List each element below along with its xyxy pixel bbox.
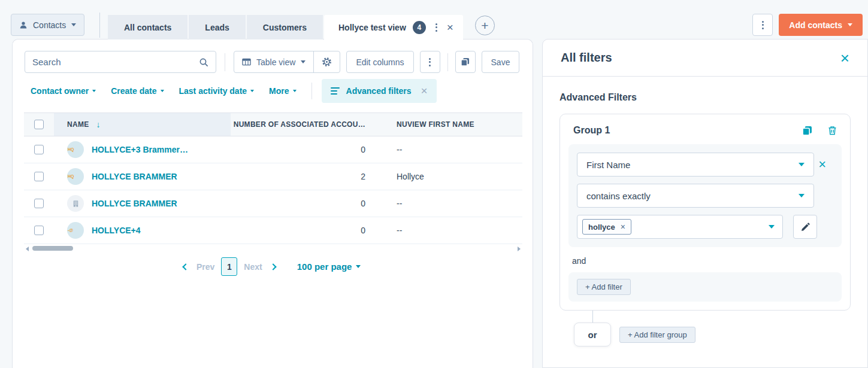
chevron-down-icon (799, 163, 805, 166)
topbar-divider (99, 13, 100, 38)
chevron-left-icon[interactable] (182, 263, 189, 270)
kebab-icon (759, 19, 767, 32)
advanced-filters-chip[interactable]: Advanced filters × (322, 79, 437, 103)
filter-label: Last activity date (179, 86, 247, 96)
chevron-right-icon[interactable] (270, 263, 276, 270)
tab-label: Customers (263, 23, 307, 32)
add-filter-group-button[interactable]: + Add filter group (619, 327, 695, 343)
contacts-menu-button[interactable]: Contacts (11, 14, 84, 36)
sort-desc-icon: ↓ (96, 120, 101, 129)
filter-last-activity-date[interactable]: Last activity date (179, 86, 255, 96)
column-label: NUVIEW FIRST NAME (397, 120, 474, 129)
associated-accounts-value: 0 (361, 145, 365, 154)
add-view-button[interactable]: + (475, 16, 495, 35)
filter-create-date[interactable]: Create date (111, 86, 164, 96)
row-checkbox[interactable] (34, 172, 44, 181)
edit-columns-button[interactable]: Edit columns (346, 51, 413, 73)
associated-accounts-value: 2 (361, 172, 365, 181)
contact-name-link[interactable]: HOLLYCE+4 (92, 226, 141, 235)
filter-value-combobox[interactable]: hollyce × (577, 215, 783, 239)
next-page-button[interactable]: Next (244, 262, 262, 272)
view-settings-button[interactable] (313, 51, 340, 72)
topbar-actions: Add contacts (752, 14, 863, 36)
toolbar-divider (447, 53, 448, 71)
page-options-button[interactable] (752, 14, 773, 36)
column-header-nuview-first-name[interactable]: NUVIEW FIRST NAME (383, 113, 522, 136)
row-checkbox[interactable] (34, 199, 44, 208)
chevron-down-icon (301, 60, 306, 63)
contact-name-link[interactable]: HOLLYCE BRAMMER (92, 172, 177, 181)
per-page-dropdown[interactable]: 100 per page (297, 261, 361, 272)
tab-close-icon[interactable]: × (447, 22, 453, 33)
view-type-group: Table view (234, 51, 340, 73)
record-count-badge: 4 (413, 21, 426, 34)
contact-name-link[interactable]: HOLLYCE BRAMMER (92, 199, 177, 208)
operator-select[interactable]: contains exactly (577, 184, 814, 208)
filter-more[interactable]: More (269, 86, 296, 96)
filter-condition-block: First Name × contains exactly hollyce (568, 144, 842, 247)
edit-value-button[interactable] (793, 215, 817, 239)
duplicate-group-icon[interactable] (802, 126, 812, 136)
add-contacts-label: Add contacts (789, 20, 842, 30)
clear-advanced-filters-icon[interactable]: × (421, 84, 428, 98)
add-filter-button[interactable]: + Add filter (577, 279, 631, 295)
tab-options-icon[interactable] (433, 21, 440, 34)
row-checkbox[interactable] (34, 226, 44, 235)
remove-filter-icon[interactable]: × (818, 158, 826, 171)
associated-accounts-value: 0 (361, 226, 365, 235)
remove-chip-icon[interactable]: × (621, 222, 625, 232)
user-icon (19, 21, 28, 29)
toolbar-divider (225, 53, 225, 71)
search-input[interactable] (32, 57, 199, 67)
add-contacts-button[interactable]: Add contacts (779, 14, 863, 36)
or-row: or + Add filter group (574, 323, 851, 346)
row-checkbox[interactable] (34, 145, 44, 154)
table-options-button[interactable] (420, 51, 440, 73)
tab-leads[interactable]: Leads (189, 15, 245, 39)
filters-panel-body: Advanced Filters Group 1 First Name × (543, 77, 867, 346)
select-all-checkbox[interactable] (34, 120, 44, 129)
group-connector-line (592, 311, 593, 323)
contacts-table-panel: Table view Edit columns Save Co (12, 39, 533, 368)
tab-all-contacts[interactable]: All contacts (108, 15, 187, 39)
column-header-associated-accounts[interactable]: NUMBER OF ASSOCIATED ACCOU… (231, 113, 383, 136)
save-view-button[interactable]: Save (482, 51, 520, 73)
nuview-first-name-value: Hollyce (397, 172, 424, 181)
scroll-right-icon[interactable] (518, 247, 521, 251)
value-chip-label: hollyce (588, 223, 615, 232)
all-filters-panel: All filters × Advanced Filters Group 1 F… (542, 39, 868, 368)
table-view-dropdown[interactable]: Table view (234, 51, 313, 72)
horizontal-scrollbar[interactable] (24, 244, 522, 253)
close-panel-icon[interactable]: × (840, 50, 849, 66)
contact-name-link[interactable]: HOLLYCE+3 Brammer… (92, 145, 188, 154)
search-box (25, 51, 216, 73)
company-logo-avatar: HQ (67, 141, 84, 158)
contacts-menu-label: Contacts (33, 20, 66, 30)
clone-view-button[interactable] (455, 51, 476, 73)
edit-columns-label: Edit columns (356, 57, 404, 67)
tab-customers[interactable]: Customers (247, 15, 323, 39)
chevron-down-icon (769, 225, 775, 229)
table-row: -@ HOLLYCE+4 0 -- (24, 217, 522, 244)
table-header-row: NAME ↓ NUMBER OF ASSOCIATED ACCOU… NUVIE… (24, 112, 522, 136)
pencil-icon (801, 223, 810, 232)
gear-icon (322, 57, 332, 67)
quick-filters-row: Contact owner Create date Last activity … (31, 79, 437, 103)
delete-group-icon[interactable] (828, 126, 837, 135)
advanced-filters-heading: Advanced Filters (559, 92, 851, 103)
property-select[interactable]: First Name (577, 153, 814, 177)
top-bar: Contacts All contacts Leads Customers Ho… (0, 0, 868, 39)
save-label: Save (491, 57, 510, 67)
associated-accounts-value: 0 (361, 199, 365, 208)
tab-hollyce-test-view[interactable]: Hollyce test view 4 × (324, 15, 463, 39)
scroll-left-icon[interactable] (26, 247, 29, 251)
current-page-button[interactable]: 1 (221, 257, 237, 276)
search-icon (199, 57, 208, 67)
scrollbar-thumb[interactable] (32, 246, 73, 251)
tab-label: Hollyce test view (338, 23, 406, 32)
filter-contact-owner[interactable]: Contact owner (31, 86, 96, 96)
column-header-name[interactable]: NAME ↓ (54, 113, 231, 136)
table-view-label: Table view (256, 57, 295, 67)
prev-page-button[interactable]: Prev (196, 262, 214, 272)
filter-lines-icon (331, 87, 340, 95)
